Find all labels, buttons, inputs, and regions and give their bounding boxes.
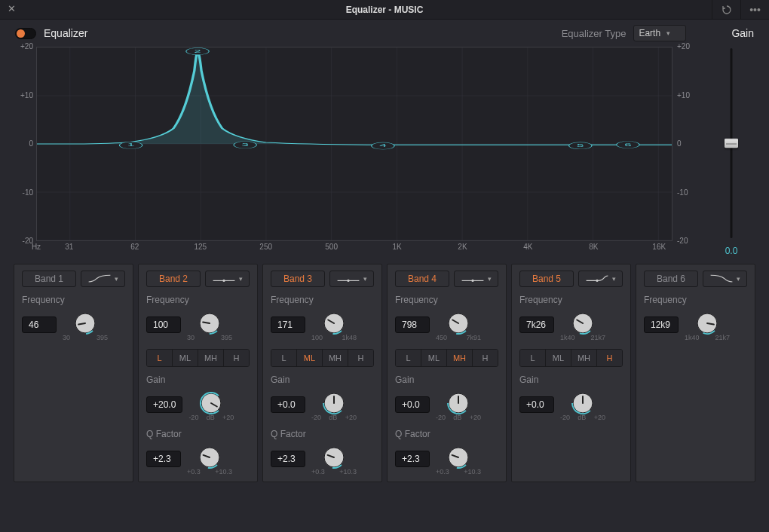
- eq-graph[interactable]: 123456: [36, 47, 672, 241]
- band-5-range-L[interactable]: L: [520, 350, 546, 366]
- band-3-range-ML[interactable]: ML: [297, 350, 323, 366]
- chevron-down-icon: ▾: [737, 275, 740, 283]
- svg-text:3: 3: [241, 142, 248, 147]
- x-tick: 500: [325, 243, 338, 251]
- band-4-gain-value[interactable]: +0.0: [395, 396, 430, 413]
- chevron-down-icon: ▾: [115, 275, 118, 283]
- band-2-q-value[interactable]: +2.3: [146, 451, 181, 467]
- svg-text:2: 2: [194, 49, 201, 54]
- qfactor-label: Q Factor: [146, 429, 250, 439]
- band-4-range-H[interactable]: H: [473, 350, 498, 366]
- band-2-toggle[interactable]: Band 2: [146, 271, 201, 287]
- y-tick: +10: [15, 91, 33, 99]
- close-icon[interactable]: ✕: [8, 3, 16, 14]
- history-icon[interactable]: [712, 0, 740, 20]
- x-tick: 1K: [392, 243, 401, 251]
- band-2-range-group: LMLMHH: [146, 349, 250, 367]
- band-2-shape-select[interactable]: ▾: [205, 271, 250, 287]
- band-1: Band 1 ▾ Frequency 46 30395: [14, 264, 133, 482]
- chevron-down-icon: ▾: [666, 29, 670, 37]
- qfactor-label: Q Factor: [395, 429, 498, 439]
- window-title: Equalizer - MUSIC: [346, 5, 424, 15]
- gain-label: Gain: [146, 375, 250, 385]
- band-6-shape-select[interactable]: ▾: [703, 271, 747, 287]
- y-tick: +20: [15, 42, 33, 50]
- band-5-range-MH[interactable]: MH: [571, 350, 597, 366]
- svg-point-53: [596, 280, 598, 282]
- band-3-range-MH[interactable]: MH: [323, 350, 348, 366]
- frequency-label: Frequency: [644, 295, 747, 305]
- svg-point-33: [347, 280, 349, 282]
- band-3: Band 3 ▾ Frequency 171 1001k48 LMLMHH Ga…: [262, 264, 382, 482]
- x-tick: 8K: [589, 243, 598, 251]
- band-3-range-group: LMLMHH: [271, 349, 374, 367]
- svg-text:6: 6: [624, 142, 631, 147]
- band-2-gain-value[interactable]: +20.0: [146, 396, 182, 413]
- band-3-gain-value[interactable]: +0.0: [271, 396, 305, 413]
- gain-label: Gain: [519, 375, 623, 385]
- frequency-label: Frequency: [395, 295, 498, 305]
- frequency-label: Frequency: [22, 295, 125, 305]
- band-2-range-ML[interactable]: ML: [173, 350, 198, 366]
- gain-slider-handle[interactable]: [725, 139, 738, 148]
- band-4-q-value[interactable]: +2.3: [395, 451, 430, 467]
- x-axis: Hz31621252505001K2K4K8K16K: [36, 243, 672, 258]
- x-tick: 31: [65, 243, 73, 251]
- x-tick: 125: [194, 243, 207, 251]
- band-3-q-value[interactable]: +2.3: [271, 451, 305, 467]
- y-axis: +20+100-10-20: [15, 47, 36, 241]
- band-6-freq-value[interactable]: 12k9: [644, 316, 679, 333]
- band-3-range-H[interactable]: H: [348, 350, 373, 366]
- x-tick: 2K: [458, 243, 467, 251]
- x-tick: 62: [130, 243, 139, 251]
- y-axis-right: +20+100-10-20: [672, 47, 694, 241]
- eq-type-value: Earth: [639, 28, 660, 38]
- band-2-range-MH[interactable]: MH: [198, 350, 224, 366]
- band-1-toggle[interactable]: Band 1: [22, 271, 76, 287]
- band-5-range-ML[interactable]: ML: [546, 350, 571, 366]
- chevron-down-icon: ▾: [363, 275, 367, 283]
- band-3-range-L[interactable]: L: [271, 350, 297, 366]
- band-5-shape-select[interactable]: ▾: [578, 271, 623, 287]
- frequency-label: Frequency: [519, 295, 623, 305]
- band-2-range-L[interactable]: L: [147, 350, 173, 366]
- eq-label: Equalizer: [44, 27, 87, 39]
- gain-value: 0.0: [709, 246, 754, 256]
- band-4-shape-select[interactable]: ▾: [454, 271, 498, 287]
- band-4-range-L[interactable]: L: [396, 350, 421, 366]
- frequency-label: Frequency: [146, 295, 250, 305]
- band-4-freq-value[interactable]: 798: [395, 316, 430, 333]
- chevron-down-icon: ▾: [488, 275, 492, 283]
- y-tick: -20: [15, 237, 33, 245]
- band-6: Band 6 ▾ Frequency 12k9 1k4021k7: [636, 264, 755, 482]
- band-5-freq-value[interactable]: 7k26: [519, 316, 554, 333]
- band-1-shape-select[interactable]: ▾: [81, 271, 125, 287]
- svg-text:1: 1: [127, 143, 134, 148]
- band-4-range-MH[interactable]: MH: [447, 350, 473, 366]
- y-tick: -10: [677, 188, 688, 197]
- band-4-range-ML[interactable]: ML: [421, 350, 447, 366]
- band-6-toggle[interactable]: Band 6: [644, 271, 698, 287]
- band-2-freq-value[interactable]: 100: [146, 316, 181, 333]
- more-icon[interactable]: •••: [740, 0, 769, 20]
- eq-enable-toggle[interactable]: [15, 28, 36, 39]
- frequency-label: Frequency: [271, 295, 374, 305]
- svg-point-23: [222, 280, 225, 282]
- band-5-range-H[interactable]: H: [597, 350, 622, 366]
- y-tick: +20: [677, 42, 690, 50]
- band-5-gain-value[interactable]: +0.0: [519, 396, 554, 413]
- band-4-range-group: LMLMHH: [395, 349, 498, 367]
- x-tick: Hz: [32, 243, 41, 251]
- eq-type-select[interactable]: Earth ▾: [633, 25, 686, 41]
- band-2-range-H[interactable]: H: [224, 350, 249, 366]
- chevron-down-icon: ▾: [239, 275, 243, 283]
- band-5-toggle[interactable]: Band 5: [519, 271, 574, 287]
- band-1-freq-value[interactable]: 46: [22, 316, 57, 333]
- svg-point-43: [471, 280, 473, 282]
- band-3-toggle[interactable]: Band 3: [271, 271, 325, 287]
- band-3-shape-select[interactable]: ▾: [329, 271, 374, 287]
- chevron-down-icon: ▾: [612, 275, 616, 283]
- band-4-toggle[interactable]: Band 4: [395, 271, 449, 287]
- band-3-freq-value[interactable]: 171: [271, 316, 305, 333]
- y-tick: -20: [677, 237, 688, 245]
